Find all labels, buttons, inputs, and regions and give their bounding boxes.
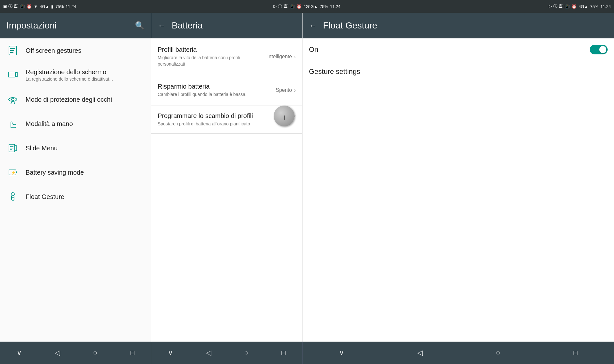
network-center: 4G⁴G▲ <box>303 4 318 9</box>
off-screen-icon <box>6 44 19 57</box>
profili-title: Profili batteria <box>158 46 267 53</box>
battery-pct-left: 75% <box>55 4 64 9</box>
svg-text:⚡: ⚡ <box>11 170 16 175</box>
eye-protection-icon <box>6 93 19 106</box>
nav-home-1[interactable]: ○ <box>87 345 104 360</box>
svg-line-8 <box>14 102 15 104</box>
batteria-title: Batteria <box>172 20 296 31</box>
float-gesture-back-button[interactable]: ← <box>309 21 317 30</box>
nav-back-2[interactable]: ◁ <box>200 345 218 360</box>
risparmio-status: Spento › <box>276 87 296 94</box>
batteria-back-button[interactable]: ← <box>158 21 165 30</box>
batteria-menu: Profili batteria Migliorare la vita dell… <box>151 38 302 342</box>
sidebar-item-screen-recording[interactable]: Registrazione dello schermo La registraz… <box>0 63 151 87</box>
battery-pct-right: 75% <box>590 4 598 9</box>
time-center: 11:24 <box>330 4 341 9</box>
wifi-icon: ▼ <box>34 4 38 9</box>
nav-down-3[interactable]: ∨ <box>333 345 350 360</box>
nav-recents-3[interactable]: □ <box>567 345 584 360</box>
programmare-content: Programmare lo scambio di profili Sposta… <box>158 112 276 127</box>
nav-home-2[interactable]: ○ <box>238 345 255 360</box>
battery-saving-text: Battery saving mode <box>26 169 84 176</box>
float-gesture-text: Float Gesture <box>26 193 64 201</box>
hand-mode-text: Modalità a mano <box>26 120 73 128</box>
on-toggle-switch[interactable] <box>590 45 608 54</box>
screen-recording-icon <box>6 69 19 82</box>
slide-menu-icon <box>6 142 19 154</box>
media-icon-center: ▷ ⓘ 🖼 <box>273 4 287 9</box>
float-gesture-icon <box>6 190 19 203</box>
bottom-nav-1: ∨ ◁ ○ □ <box>0 342 151 364</box>
programmare-title: Programmare lo scambio di profili <box>158 112 276 120</box>
float-gesture-header: ← Float Gesture <box>303 13 614 38</box>
toggle-label: On <box>309 45 318 54</box>
off-screen-title: Off screen gestures <box>26 47 81 54</box>
slide-menu-title: Slide Menu <box>26 145 58 152</box>
risparmio-title: Risparmio batteria <box>158 83 276 90</box>
time-right: 11:24 <box>600 4 611 9</box>
status-bar-center: ▷ ⓘ 🖼 📳 ⏰ 4G⁴G▲ 75% 11:24 <box>206 4 408 9</box>
off-screen-text: Off screen gestures <box>26 47 81 54</box>
alarm-icon-center: ⏰ <box>296 4 302 9</box>
vibrate-icon-right: 📳 <box>564 4 570 9</box>
schedule-knob[interactable] <box>274 106 295 126</box>
batteria-header: ← Batteria <box>151 13 302 38</box>
on-toggle-row: On <box>303 38 614 61</box>
sidebar-item-off-screen-gestures[interactable]: Off screen gestures <box>0 38 151 63</box>
battery-saving-title: Battery saving mode <box>26 169 84 176</box>
sidebar-item-slide-menu[interactable]: Slide Menu <box>0 136 151 160</box>
panel-float-gesture: ← Float Gesture On Gesture settings <box>303 13 614 342</box>
svg-marker-5 <box>15 72 17 77</box>
programmare-subtitle: Spostare i profili di batteria all'orari… <box>158 121 276 127</box>
time-left: 11:24 <box>66 4 76 9</box>
eye-protection-title: Modo di protezione degli occhi <box>26 96 112 103</box>
batteria-item-profili[interactable]: Profili batteria Migliorare la vita dell… <box>151 38 302 75</box>
float-gesture-title: Float Gesture <box>323 20 608 31</box>
batteria-item-risparmio[interactable]: Risparmio batteria Cambiare i profili qu… <box>151 75 302 106</box>
slide-menu-text: Slide Menu <box>26 145 58 152</box>
float-gesture-title: Float Gesture <box>26 193 64 201</box>
status-bar: ▣ ⓘ 🖼 📳 ⏰ ▼ 4G▲ ▮ 75% 11:24 ▷ ⓘ 🖼 📳 ⏰ 4G… <box>0 0 614 13</box>
eye-protection-text: Modo di protezione degli occhi <box>26 96 112 103</box>
panel-impostazioni: Impostazioni 🔍 Off screen gestures <box>0 13 151 342</box>
network-right: 4G▲ <box>579 4 588 9</box>
vibrate-icon-center: 📳 <box>289 4 295 9</box>
svg-rect-15 <box>16 171 17 173</box>
profili-chevron: › <box>294 53 296 60</box>
nav-down-1[interactable]: ∨ <box>10 345 28 360</box>
impostazioni-header: Impostazioni 🔍 <box>0 13 151 38</box>
screen-recording-text: Registrazione dello schermo La registraz… <box>26 68 113 82</box>
battery-icon-left: ▮ <box>51 4 53 9</box>
panel-batteria: ← Batteria Profili batteria Migliorare l… <box>151 13 303 342</box>
gesture-settings: Gesture settings <box>303 61 614 82</box>
bottom-nav-2: ∨ ◁ ○ □ <box>151 342 303 364</box>
battery-pct-center: 75% <box>320 4 328 9</box>
nav-recents-2[interactable]: □ <box>275 345 292 360</box>
impostazioni-menu: Off screen gestures Registrazione dello … <box>0 38 151 342</box>
status-bar-right: ▷ ⓘ 🖼 📳 ⏰ 4G▲ 75% 11:24 <box>408 4 611 9</box>
nav-down-2[interactable]: ∨ <box>161 345 179 360</box>
sidebar-item-hand-mode[interactable]: Modalità a mano <box>0 112 151 136</box>
nav-recents-1[interactable]: □ <box>124 345 141 360</box>
svg-rect-4 <box>8 72 15 77</box>
screen-recording-subtitle: La registrazione dello schermo è disatti… <box>26 76 113 82</box>
nav-back-1[interactable]: ◁ <box>48 345 67 360</box>
battery-saving-icon: ⚡ <box>6 166 19 179</box>
gesture-settings-text: Gesture settings <box>309 67 360 75</box>
bottom-nav-3: ∨ ◁ ○ □ <box>303 342 614 364</box>
nav-home-3[interactable]: ○ <box>489 345 506 360</box>
alarm-icon-right: ⏰ <box>571 4 577 9</box>
risparmio-chevron: › <box>294 87 296 94</box>
hand-mode-icon <box>6 117 19 130</box>
sidebar-item-eye-protection[interactable]: Modo di protezione degli occhi <box>0 87 151 112</box>
search-icon[interactable]: 🔍 <box>135 21 145 30</box>
screen-recording-title: Registrazione dello schermo <box>26 68 113 76</box>
sidebar-item-float-gesture[interactable]: Float Gesture <box>0 185 151 209</box>
risparmio-status-text: Spento <box>276 87 292 93</box>
risparmio-subtitle: Cambiare i profili quando la batteria è … <box>158 91 276 98</box>
float-gesture-content: On Gesture settings <box>303 38 614 342</box>
sidebar-item-battery-saving[interactable]: ⚡ Battery saving mode <box>0 160 151 185</box>
profili-subtitle: Migliorare la vita della batteria con i … <box>158 55 267 67</box>
profili-content: Profili batteria Migliorare la vita dell… <box>158 46 267 67</box>
nav-back-3[interactable]: ◁ <box>411 345 429 360</box>
